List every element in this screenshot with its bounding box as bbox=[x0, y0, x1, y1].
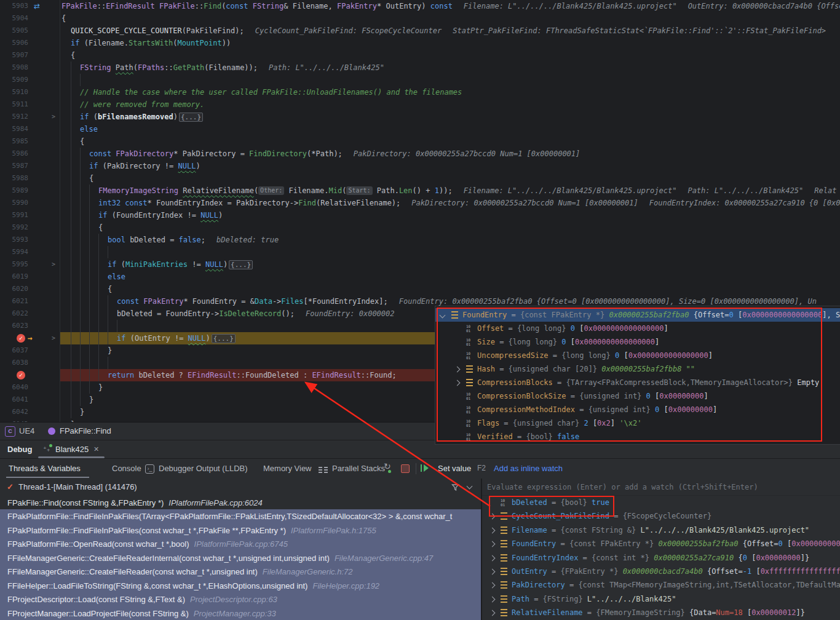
chevron-right-icon[interactable] bbox=[489, 596, 496, 602]
watch-row[interactable]: 10 01Flags = {unsigned char} 2 [0x2] '\x… bbox=[435, 416, 840, 430]
variable-row[interactable]: PakDirectory = {const TMap<FMemoryImageS… bbox=[482, 578, 840, 592]
variable-row[interactable]: OutEntry = {FPakEntry *} 0x000000cbacd7a… bbox=[482, 565, 840, 578]
code-line[interactable]: 5908FString Path(FPaths::GetPath(Filenam… bbox=[0, 62, 840, 74]
breadcrumb-method[interactable]: FPakFile::Find bbox=[60, 423, 111, 440]
watch-row[interactable]: 10 01CompressionBlockSize = {unsigned in… bbox=[435, 389, 840, 403]
stack-frame-row[interactable]: FPakPlatformFile::FindFileInPakFiles(con… bbox=[0, 523, 481, 538]
code-line[interactable]: 5911// were removed from memory. bbox=[0, 98, 840, 111]
code-line[interactable]: 5989FMemoryImageString RelativeFilename(… bbox=[0, 185, 840, 197]
stack-frame-row[interactable]: FPakFile::Find(const FString &,FPakEntry… bbox=[0, 496, 481, 510]
chevron-right-icon[interactable] bbox=[489, 555, 496, 561]
thread-selector[interactable]: ✓ Thread-1-[Main Thread] (141476) bbox=[0, 479, 481, 496]
resume-icon-triangle[interactable] bbox=[424, 464, 429, 472]
text-segment: FPakFile bbox=[61, 2, 97, 10]
text-segment: (PakFileFind); bbox=[182, 26, 244, 35]
variable-row[interactable]: 10 01bDeleted = {bool} true bbox=[482, 496, 840, 509]
code-line[interactable]: 5995>if (MiniPakEntries != NULL){...} bbox=[0, 258, 840, 271]
chevron-down-icon[interactable] bbox=[467, 483, 473, 490]
code-line[interactable]: 6020{ bbox=[0, 283, 840, 295]
variable-row[interactable]: Path = {FString} L"../../../Blank425" bbox=[482, 592, 840, 606]
indent-guide bbox=[98, 369, 99, 381]
set-value-shortcut: F2 bbox=[477, 459, 486, 478]
inline-watch-popup[interactable]: FoundEntry = {const FPakEntry *} 0x00000… bbox=[435, 306, 840, 444]
code-line[interactable]: 5990int32 const* FoundEntryIndex = PakDi… bbox=[0, 197, 840, 209]
code-line[interactable]: 6019else bbox=[0, 271, 840, 283]
breadcrumb-project[interactable]: UE4 bbox=[19, 423, 34, 440]
text-segment: ; bbox=[201, 236, 205, 244]
frame-location: IPlatformFilePak.h:1755 bbox=[291, 526, 376, 535]
tool-tab-threads-variables[interactable]: Threads & Variables bbox=[9, 459, 81, 478]
variable-row[interactable]: FoundEntryIndex = {const int *} 0x000002… bbox=[482, 551, 840, 565]
add-inline-watch-link[interactable]: Add as inline watch bbox=[494, 459, 563, 478]
evaluate-expression-input[interactable]: Evaluate expression (Enter) or add a wat… bbox=[482, 479, 840, 496]
fold-arrow-icon[interactable]: > bbox=[52, 332, 55, 344]
chevron-down-icon[interactable] bbox=[440, 312, 446, 319]
resume-icon[interactable] bbox=[421, 464, 422, 472]
code-line[interactable]: 5988{ bbox=[0, 172, 840, 185]
text-segment: Data bbox=[255, 297, 272, 306]
code-line[interactable]: 5909 bbox=[0, 74, 840, 86]
stack-frame-row[interactable]: FFileManagerGeneric::CreateFileReaderInt… bbox=[0, 551, 481, 565]
code-line[interactable]: 5992{ bbox=[0, 221, 840, 234]
text-segment: = bbox=[565, 581, 579, 589]
chevron-right-icon[interactable] bbox=[454, 380, 461, 386]
code-line[interactable]: 5986const FPakDirectory* PakDirectory = … bbox=[0, 148, 840, 160]
set-value-action[interactable]: Set value bbox=[438, 459, 471, 478]
variable-row[interactable]: FoundEntry = {const FPakEntry *} 0x00000… bbox=[482, 537, 840, 550]
breakpoint-icon[interactable]: ✓ bbox=[17, 334, 25, 343]
stack-frame-row[interactable]: FProjectManager::LoadProjectFile(const F… bbox=[0, 606, 481, 620]
tool-tab-parallel-stacks[interactable]: Parallel Stacks bbox=[332, 459, 385, 478]
fold-arrow-icon[interactable]: > bbox=[52, 258, 55, 271]
code-line[interactable]: 5987if (PakDirectory != NULL) bbox=[0, 160, 840, 172]
code-line[interactable]: 5910// Handle the case where the user ca… bbox=[0, 86, 840, 98]
watch-row[interactable]: Hash = {unsigned char [20]} 0x00000255ba… bbox=[435, 362, 840, 376]
chevron-right-icon[interactable] bbox=[454, 367, 461, 373]
inline-debug-hint: Filename: L"../../../Blank425/Blank425.u… bbox=[453, 186, 677, 195]
code-line[interactable]: 5907{ bbox=[0, 49, 840, 62]
variable-row[interactable]: Filename = {const FString &} L"../../../… bbox=[482, 523, 840, 537]
text-segment: {unsigned char [20]} bbox=[509, 365, 598, 373]
code-line[interactable]: 5905QUICK_SCOPE_CYCLE_COUNTER(PakFileFin… bbox=[0, 25, 840, 37]
tool-tab-memory-view[interactable]: Memory View bbox=[263, 459, 312, 478]
text-segment: [ bbox=[619, 351, 628, 360]
chevron-right-icon[interactable] bbox=[489, 527, 496, 533]
code-line[interactable]: 5984else bbox=[0, 123, 840, 135]
variable-row[interactable]: CycleCount_PakFileFind = {FScopeCycleCou… bbox=[482, 509, 840, 523]
fold-arrow-icon[interactable]: > bbox=[52, 111, 55, 123]
code-line[interactable]: 5904{ bbox=[0, 12, 840, 25]
stack-frame-row[interactable]: FPakPlatformFile::OpenRead(const wchar_t… bbox=[0, 537, 481, 551]
stop-icon[interactable] bbox=[401, 464, 410, 473]
code-line[interactable]: 5993bool bDeleted = false;bDeleted: true bbox=[0, 234, 840, 246]
code-line[interactable]: 5991if (FoundEntryIndex != NULL) bbox=[0, 209, 840, 221]
close-icon[interactable]: ✕ bbox=[93, 440, 99, 458]
stack-frame-row[interactable]: FFileHelper::LoadFileToString(FString &,… bbox=[0, 579, 481, 593]
tool-tab-console[interactable]: Console bbox=[112, 459, 141, 478]
watch-row[interactable]: 10 01Offset = {long long} 0 [0x000000000… bbox=[435, 322, 840, 335]
chevron-right-icon[interactable] bbox=[489, 541, 496, 547]
watch-row[interactable]: 10 01CompressionMethodIndex = {unsigned … bbox=[435, 403, 840, 416]
code-line[interactable]: 5985{ bbox=[0, 135, 840, 148]
inline-debug-hint: FoundEntry: 0x000002 bbox=[295, 309, 395, 318]
tool-tab-debugger-output-lldb-[interactable]: Debugger Output (LLDB) bbox=[159, 459, 248, 478]
stack-frame-row[interactable]: FPakPlatformFile::FindFileInPakFiles(TAr… bbox=[0, 509, 481, 523]
code-line[interactable]: 6021const FPakEntry* FoundEntry = &Data-… bbox=[0, 295, 840, 308]
watch-row[interactable]: FoundEntry = {const FPakEntry *} 0x00000… bbox=[435, 308, 840, 322]
code-line[interactable]: 5994 bbox=[0, 246, 840, 258]
chevron-right-icon[interactable] bbox=[489, 582, 496, 589]
stack-frame-row[interactable]: FFileManagerGeneric::CreateFileReader(co… bbox=[0, 565, 481, 579]
chevron-right-icon[interactable] bbox=[489, 610, 496, 616]
stack-frame-row[interactable]: FProjectDescriptor::Load(const FString &… bbox=[0, 592, 481, 606]
watch-row[interactable]: 10 01Verified = {bool} false bbox=[435, 430, 840, 443]
watch-row[interactable]: 10 01Size = {long long} 0 [0x00000000000… bbox=[435, 335, 840, 349]
breakpoint-icon[interactable]: ✓ bbox=[17, 371, 25, 380]
filter-icon[interactable] bbox=[451, 483, 460, 492]
variable-row[interactable]: RelativeFilename = {FMemoryImageString} … bbox=[482, 606, 840, 619]
chevron-right-icon[interactable] bbox=[489, 514, 496, 520]
frame-location: ProjectManager.cpp:33 bbox=[194, 609, 276, 618]
chevron-right-icon[interactable] bbox=[489, 569, 496, 575]
code-line[interactable]: 5903⇄FPakFile::EFindResult FPakFile::Fin… bbox=[0, 0, 840, 12]
code-line[interactable]: 5906if (Filename.StartsWith(MountPoint)) bbox=[0, 37, 840, 49]
watch-row[interactable]: 10 01UncompressedSize = {long long} 0 [0… bbox=[435, 349, 840, 362]
code-line[interactable]: 5912>if (bFilenamesRemoved){...} bbox=[0, 111, 840, 123]
watch-row[interactable]: CompressionBlocks = {TArray<FPakCompress… bbox=[435, 376, 840, 389]
